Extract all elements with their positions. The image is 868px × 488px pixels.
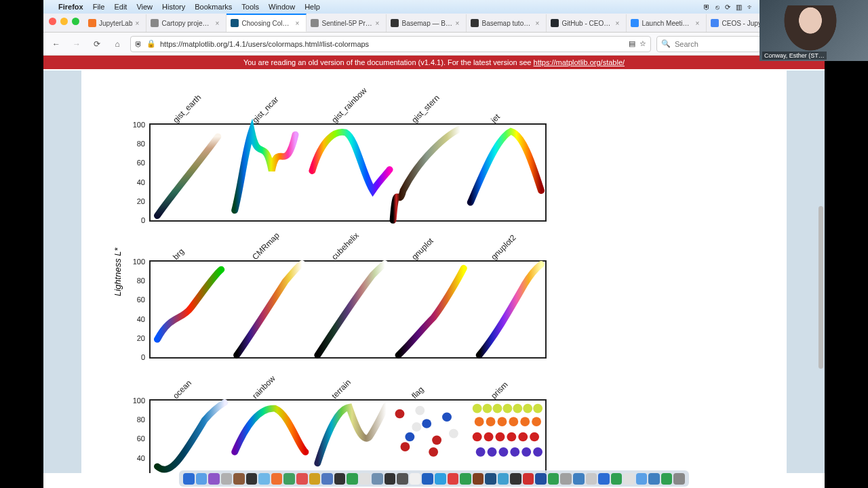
svg-point-29 bbox=[476, 447, 486, 457]
dock-app-icon[interactable] bbox=[648, 473, 660, 485]
dock-app-icon[interactable] bbox=[233, 473, 245, 485]
dock-app-icon[interactable] bbox=[473, 473, 484, 485]
dock-app-icon[interactable] bbox=[498, 473, 509, 485]
svg-point-16 bbox=[533, 404, 542, 413]
series-label: ocean bbox=[171, 378, 193, 401]
reload-button[interactable]: ⟳ bbox=[90, 39, 104, 49]
dock-app-icon[interactable] bbox=[271, 473, 283, 485]
dock-app-icon[interactable] bbox=[397, 473, 408, 485]
series-label: terrain bbox=[330, 378, 353, 401]
dock-app-icon[interactable] bbox=[673, 473, 685, 485]
window-close[interactable] bbox=[49, 18, 56, 25]
dock-app-icon[interactable] bbox=[296, 473, 308, 485]
dock-app-icon[interactable] bbox=[384, 473, 396, 485]
menu-edit[interactable]: Edit bbox=[114, 3, 127, 11]
dock-app-icon[interactable] bbox=[309, 473, 321, 485]
dock-app-icon[interactable] bbox=[372, 473, 383, 485]
url-text: https://matplotlib.org/1.4.1/users/color… bbox=[160, 40, 625, 48]
home-button[interactable]: ⌂ bbox=[110, 39, 125, 49]
series-label: gist_ncar bbox=[250, 95, 280, 125]
close-icon[interactable]: × bbox=[135, 20, 142, 27]
dock-app-icon[interactable] bbox=[258, 473, 270, 485]
dock-app-icon[interactable] bbox=[283, 473, 295, 485]
close-icon[interactable]: × bbox=[615, 20, 622, 27]
dock-app-icon[interactable] bbox=[586, 473, 597, 485]
dock-app-icon[interactable] bbox=[221, 473, 233, 485]
dock-app-icon[interactable] bbox=[485, 473, 496, 485]
close-icon[interactable]: × bbox=[375, 20, 382, 27]
dock-app-icon[interactable] bbox=[535, 473, 547, 485]
dock-app-icon[interactable] bbox=[183, 473, 195, 485]
tab-colormaps[interactable]: Choosing Colormaps…× bbox=[226, 14, 307, 32]
svg-point-17 bbox=[475, 417, 484, 426]
dock-app-icon[interactable] bbox=[598, 473, 610, 485]
dock-app-icon[interactable] bbox=[448, 473, 459, 485]
forward-button[interactable]: → bbox=[69, 39, 84, 49]
app-name[interactable]: Firefox bbox=[58, 3, 83, 11]
banner-link[interactable]: https://matplotlib.org/stable/ bbox=[534, 58, 625, 66]
dock-app-icon[interactable] bbox=[636, 473, 648, 485]
bookmark-icon[interactable]: ☆ bbox=[639, 39, 646, 48]
menu-window[interactable]: Window bbox=[269, 3, 295, 11]
tab-zoom[interactable]: Launch Meeting - Zo…× bbox=[627, 14, 707, 32]
dock-app-icon[interactable] bbox=[573, 473, 585, 485]
tab-sentinel5p[interactable]: Sentinel-5P Pre-Op…× bbox=[307, 14, 387, 32]
tab-jupyterlab[interactable]: JupyterLab× bbox=[84, 14, 146, 32]
dock-app-icon[interactable] bbox=[246, 473, 258, 485]
dock-app-icon[interactable] bbox=[661, 473, 673, 485]
dock-app-icon[interactable] bbox=[422, 473, 433, 485]
dock-app-icon[interactable] bbox=[208, 473, 220, 485]
svg-point-33 bbox=[521, 447, 531, 457]
tab-basemap2[interactable]: Basemap tutorial — …× bbox=[467, 14, 547, 32]
browser-tabstrip: JupyterLab× Cartopy projection list …× C… bbox=[43, 14, 825, 33]
webcam-name-label: Conway, Esther (ST… bbox=[762, 52, 827, 60]
menu-history[interactable]: History bbox=[162, 3, 185, 11]
y-tick: 100 bbox=[133, 258, 145, 266]
menu-view[interactable]: View bbox=[136, 3, 153, 11]
url-bar[interactable]: ⛨ 🔒 https://matplotlib.org/1.4.1/users/c… bbox=[130, 36, 651, 52]
close-icon[interactable]: × bbox=[695, 20, 702, 27]
close-icon[interactable]: × bbox=[455, 20, 462, 27]
menu-file[interactable]: File bbox=[93, 3, 105, 11]
close-icon[interactable]: × bbox=[295, 20, 302, 27]
y-tick: 60 bbox=[137, 434, 145, 443]
svg-point-34 bbox=[533, 447, 542, 457]
dock-app-icon[interactable] bbox=[523, 473, 534, 485]
webcam-overlay: Conway, Esther (ST… bbox=[760, 0, 868, 61]
page-viewport[interactable]: 020406080100 gist_earthgist_ncargist_rai… bbox=[43, 70, 825, 473]
window-maximize[interactable] bbox=[72, 18, 79, 25]
y-tick: 40 bbox=[137, 454, 145, 462]
svg-point-15 bbox=[523, 404, 532, 413]
dock-app-icon[interactable] bbox=[435, 473, 446, 485]
dock-app-icon[interactable] bbox=[548, 473, 559, 485]
tab-cartopy[interactable]: Cartopy projection list …× bbox=[146, 14, 226, 32]
dock-app-icon[interactable] bbox=[334, 473, 346, 485]
menu-tools[interactable]: Tools bbox=[241, 3, 259, 11]
dock-app-icon[interactable] bbox=[347, 473, 358, 485]
tab-basemap1[interactable]: Basemap — Basema…× bbox=[387, 14, 467, 32]
menu-bookmarks[interactable]: Bookmarks bbox=[195, 3, 232, 11]
lock-icon: 🔒 bbox=[146, 39, 156, 48]
dock-app-icon[interactable] bbox=[196, 473, 208, 485]
svg-point-28 bbox=[530, 432, 539, 442]
svg-point-12 bbox=[493, 404, 502, 413]
macos-dock[interactable] bbox=[179, 470, 689, 487]
window-minimize[interactable] bbox=[60, 18, 68, 25]
dock-app-icon[interactable] bbox=[410, 473, 421, 485]
series-label: gist_earth bbox=[171, 93, 203, 125]
tab-github[interactable]: GitHub - CEOS-Ju…× bbox=[547, 14, 627, 32]
close-icon[interactable]: × bbox=[215, 20, 222, 27]
dock-app-icon[interactable] bbox=[321, 473, 333, 485]
dock-app-icon[interactable] bbox=[359, 473, 371, 485]
dock-app-icon[interactable] bbox=[623, 473, 635, 485]
close-icon[interactable]: × bbox=[535, 20, 542, 27]
dock-app-icon[interactable] bbox=[611, 473, 623, 485]
menu-help[interactable]: Help bbox=[304, 3, 320, 11]
reader-icon[interactable]: ▤ bbox=[629, 39, 635, 48]
scrollbar-thumb[interactable] bbox=[818, 206, 823, 369]
dock-app-icon[interactable] bbox=[510, 473, 521, 485]
dock-app-icon[interactable] bbox=[460, 473, 471, 485]
dock-app-icon[interactable] bbox=[560, 473, 572, 485]
status-icon: ▥ bbox=[736, 3, 742, 11]
back-button[interactable]: ← bbox=[49, 39, 64, 49]
